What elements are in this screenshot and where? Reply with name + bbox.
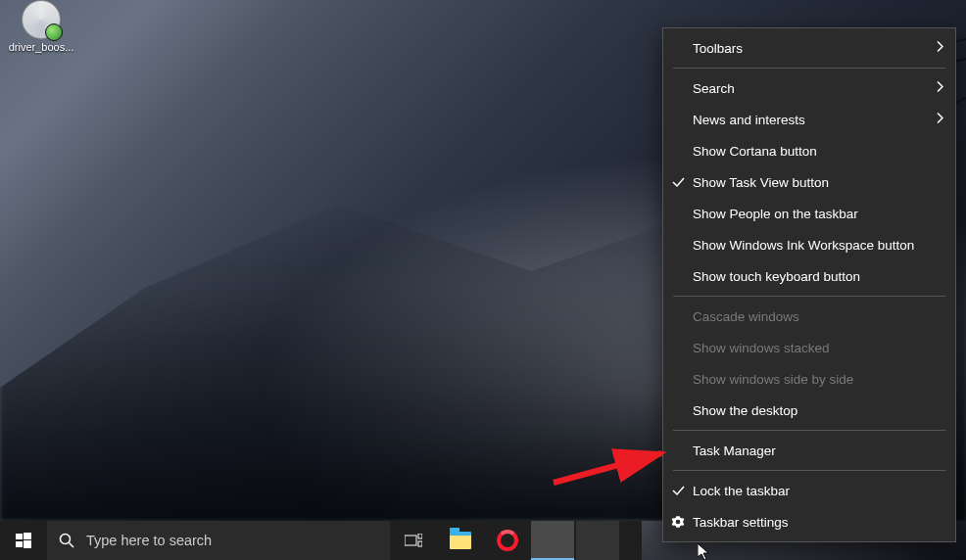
context-menu-item[interactable]: Show Task View button	[663, 166, 955, 198]
context-menu-item: Show windows side by side	[663, 363, 955, 395]
windows-logo-icon	[16, 533, 31, 548]
taskbar-search[interactable]: Type here to search	[47, 521, 390, 560]
context-menu-item-label: Cascade windows	[693, 309, 799, 324]
context-menu-item-label: Show the desktop	[693, 403, 797, 418]
taskbar-running-window[interactable]	[531, 521, 574, 560]
taskbar-context-menu: ToolbarsSearchNews and interestsShow Cor…	[662, 27, 956, 542]
context-menu-item-label: News and interests	[693, 113, 805, 127]
context-menu-item: Show windows stacked	[663, 332, 955, 363]
gear-icon	[670, 514, 686, 530]
chevron-right-icon	[936, 81, 943, 96]
context-menu-separator	[673, 296, 945, 297]
svg-rect-8	[418, 541, 422, 546]
svg-rect-0	[16, 534, 23, 539]
driver-booster-icon	[22, 0, 61, 39]
taskbar: Type here to search	[0, 521, 642, 560]
context-menu-separator	[673, 470, 945, 471]
context-menu-separator	[673, 430, 945, 431]
svg-rect-1	[24, 533, 31, 539]
context-menu-item-label: Search	[693, 81, 735, 96]
svg-point-4	[61, 535, 71, 544]
context-menu-separator	[673, 68, 945, 69]
context-menu-item[interactable]: Show the desktop	[663, 395, 955, 426]
check-icon	[670, 174, 686, 190]
context-menu-item-label: Show Task View button	[693, 175, 829, 190]
opera-icon	[497, 530, 518, 551]
context-menu-item-label: Task Manager	[693, 443, 776, 458]
search-icon	[59, 533, 74, 548]
taskbar-running-apps	[531, 521, 619, 560]
svg-line-5	[70, 543, 74, 548]
search-placeholder: Type here to search	[86, 533, 212, 548]
taskbar-app-opera[interactable]	[484, 521, 531, 560]
context-menu-item-label: Taskbar settings	[693, 515, 789, 530]
context-menu-item-label: Toolbars	[693, 41, 743, 56]
check-icon	[670, 483, 686, 498]
svg-rect-2	[16, 541, 23, 547]
context-menu-item-label: Show windows side by side	[693, 372, 853, 387]
context-menu-item[interactable]: Show People on the taskbar	[663, 198, 955, 229]
mouse-cursor-icon	[698, 543, 711, 560]
chevron-right-icon	[936, 41, 943, 56]
context-menu-item-label: Show Cortana button	[693, 144, 817, 159]
context-menu-item[interactable]: Show touch keyboard button	[663, 260, 955, 292]
context-menu-item-label: Show Windows Ink Workspace button	[693, 238, 914, 253]
context-menu-item[interactable]: Show Windows Ink Workspace button	[663, 229, 955, 260]
task-view-icon	[405, 534, 422, 547]
svg-rect-3	[24, 540, 31, 548]
start-button[interactable]	[0, 521, 47, 560]
context-menu-item[interactable]: Toolbars	[663, 32, 955, 64]
task-view-button[interactable]	[390, 521, 437, 560]
taskbar-running-window[interactable]	[576, 521, 619, 560]
desktop-icon-label: driver_boos...	[6, 41, 76, 53]
context-menu-item[interactable]: News and interests	[663, 104, 955, 135]
context-menu-item: Cascade windows	[663, 301, 955, 332]
context-menu-item[interactable]: Search	[663, 72, 955, 104]
context-menu-item[interactable]: Lock the taskbar	[663, 475, 955, 506]
context-menu-item[interactable]: Task Manager	[663, 435, 955, 466]
svg-rect-7	[418, 534, 422, 538]
context-menu-item[interactable]: Taskbar settings	[663, 506, 955, 537]
desktop-icon-driver-booster[interactable]: driver_boos...	[6, 0, 76, 53]
svg-rect-6	[405, 536, 416, 545]
svg-line-9	[554, 453, 661, 483]
context-menu-item[interactable]: Show Cortana button	[663, 135, 955, 166]
context-menu-item-label: Show People on the taskbar	[693, 207, 858, 221]
taskbar-app-file-explorer[interactable]	[437, 521, 484, 560]
chevron-right-icon	[936, 113, 943, 127]
file-explorer-icon	[450, 532, 471, 549]
context-menu-item-label: Show windows stacked	[693, 341, 830, 355]
context-menu-item-label: Show touch keyboard button	[693, 269, 860, 284]
context-menu-item-label: Lock the taskbar	[693, 484, 790, 498]
